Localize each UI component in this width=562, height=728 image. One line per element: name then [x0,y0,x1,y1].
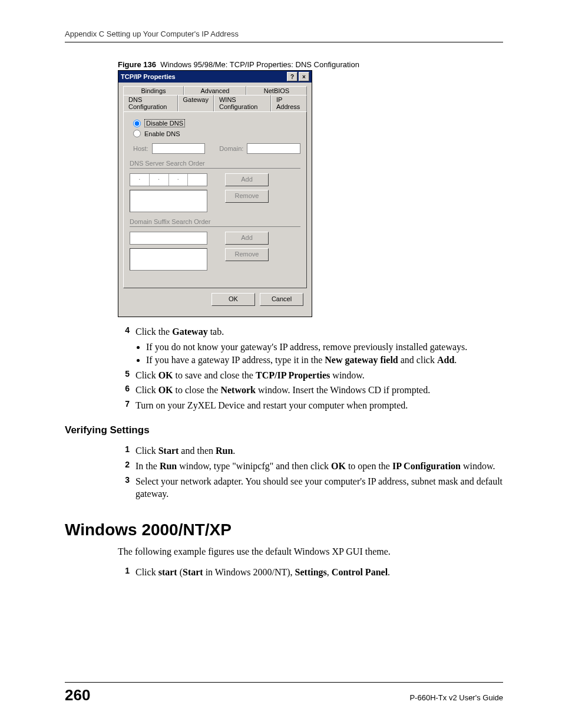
step-body: Click start (Start in Windows 2000/NT), … [135,566,503,579]
guide-name: P-660H-Tx v2 User's Guide [409,693,503,702]
group-dns-search-order: ... Add Remove [130,168,300,212]
cancel-button[interactable]: Cancel [260,293,303,306]
step-body: Click the Gateway tab. [135,325,503,338]
steps-after-figure: 4 Click the Gateway tab. If you do not k… [118,325,503,411]
domain-label: Domain: [219,145,243,152]
tab-wins-configuration[interactable]: WINS Configuration [214,95,271,111]
dns-remove-button[interactable]: Remove [225,190,269,203]
step-body: Turn on your ZyXEL Device and restart yo… [135,399,503,412]
group-domain-suffix-label: Domain Suffix Search Order [130,218,300,225]
tab-dns-configuration[interactable]: DNS Configuration [123,95,178,111]
radio-enable-dns-label: Enable DNS [144,130,180,137]
step-num: 3 [118,475,135,500]
domain-input[interactable] [247,143,300,154]
heading-windows-2000-nt-xp: Windows 2000/NT/XP [65,521,503,539]
bullet: If you do not know your gateway's IP add… [146,342,503,353]
step-num: 2 [118,460,135,473]
step-body: Click OK to save and close the TCP/IP Pr… [135,369,503,382]
host-input[interactable] [152,143,206,154]
header-rule [65,42,503,42]
step-num: 1 [118,566,135,579]
steps-verifying: 1 Click Start and then Run. 2 In the Run… [118,444,503,500]
suffix-add-button[interactable]: Add [225,232,269,245]
tabpanel-dns: Disable DNS Enable DNS Host: Domain: DNS… [123,111,307,288]
step-body: In the Run window, type "winipcfg" and t… [135,460,503,473]
tab-ip-address[interactable]: IP Address [271,95,307,111]
para-xp-intro: The following example figures use the de… [118,545,503,558]
radio-enable-dns[interactable] [133,130,141,137]
tcpip-dialog: TCP/IP Properties ? × Bindings Advanced … [118,70,312,317]
heading-verifying-settings: Verifying Settings [65,424,503,436]
dialog-title: TCP/IP Properties [121,73,286,80]
figure-label: Figure 136 [118,60,156,69]
group-dns-search-order-label: DNS Server Search Order [130,160,300,167]
group-domain-suffix: Add Remove [130,226,300,271]
step-body: Click OK to close the Network window. In… [135,384,503,397]
figure-caption: Figure 136 Windows 95/98/Me: TCP/IP Prop… [118,60,503,69]
radio-disable-dns-row[interactable]: Disable DNS [133,119,300,127]
step-num: 1 [118,444,135,457]
step-body: Click Start and then Run. [135,444,503,457]
step-num: 6 [118,384,135,397]
close-button[interactable]: × [299,72,309,81]
tab-advanced[interactable]: Advanced [184,86,246,95]
radio-enable-dns-row[interactable]: Enable DNS [133,130,300,137]
step-num: 5 [118,369,135,382]
steps-xp: 1 Click start (Start in Windows 2000/NT)… [118,566,503,579]
dns-add-button[interactable]: Add [225,173,269,186]
step-num: 4 [118,325,135,338]
step-body: Select your network adapter. You should … [135,475,503,500]
figure-caption-text: Windows 95/98/Me: TCP/IP Properties: DNS… [160,60,359,69]
tab-netbios[interactable]: NetBIOS [246,86,307,95]
suffix-input[interactable] [130,232,207,245]
dialog-titlebar: TCP/IP Properties ? × [118,71,312,83]
help-button[interactable]: ? [287,72,297,81]
dns-ip-input[interactable]: ... [130,173,207,186]
radio-disable-dns[interactable] [133,120,141,127]
tab-gateway[interactable]: Gateway [178,95,214,111]
ok-button[interactable]: OK [211,293,255,306]
tab-bindings[interactable]: Bindings [123,86,184,95]
page-header: Appendix C Setting up Your Computer's IP… [65,29,503,38]
host-label: Host: [133,145,148,152]
dns-listbox[interactable] [130,190,207,212]
radio-disable-dns-label: Disable DNS [144,119,185,127]
footer-rule [65,682,503,683]
suffix-remove-button[interactable]: Remove [225,248,269,261]
step-num: 7 [118,399,135,412]
bullet: If you have a gateway IP address, type i… [146,355,503,365]
page-number: 260 [65,686,90,704]
suffix-listbox[interactable] [130,248,207,271]
